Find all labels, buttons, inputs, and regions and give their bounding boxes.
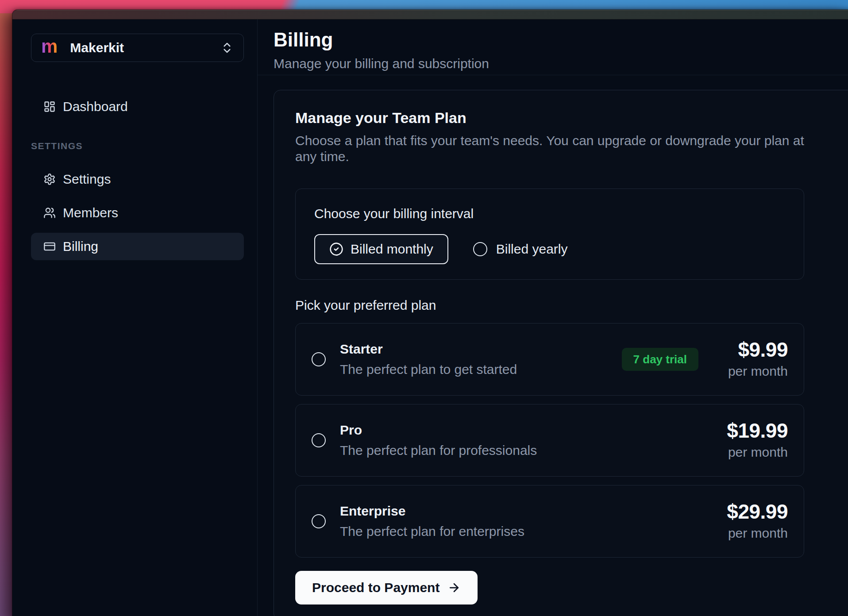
sidebar-nav: Dashboard SETTINGS Settings Members xyxy=(31,93,244,260)
billing-interval-section: Choose your billing interval Billed mont… xyxy=(295,189,804,280)
sidebar: m Makerkit Dashboard SETTINGS xyxy=(12,19,258,616)
sidebar-item-members[interactable]: Members xyxy=(31,199,244,227)
workspace-selector[interactable]: m Makerkit xyxy=(31,34,244,62)
plan-price: $19.99 xyxy=(721,420,788,441)
card-title: Manage your Team Plan xyxy=(295,109,804,127)
radio-unselected-icon[interactable] xyxy=(312,433,326,447)
app-root: m Makerkit Dashboard SETTINGS xyxy=(12,19,848,616)
billing-interval-options: Billed monthly Billed yearly xyxy=(314,234,785,264)
billed-monthly-label: Billed monthly xyxy=(351,242,433,257)
plan-name: Starter xyxy=(340,341,517,358)
billing-interval-label: Choose your billing interval xyxy=(314,206,785,222)
proceed-button-label: Proceed to Payment xyxy=(312,580,439,595)
page-title: Billing xyxy=(274,29,848,50)
plan-name: Enterprise xyxy=(340,503,524,520)
billed-yearly-label: Billed yearly xyxy=(496,242,568,257)
radio-unselected-icon[interactable] xyxy=(312,514,326,528)
trial-badge: 7 day trial xyxy=(622,348,698,371)
billed-yearly-option[interactable]: Billed yearly xyxy=(473,242,568,257)
plan-price: $29.99 xyxy=(721,501,788,522)
radio-unselected-icon[interactable] xyxy=(312,352,326,366)
sidebar-item-settings[interactable]: Settings xyxy=(31,166,244,193)
plan-description: The perfect plan to get started xyxy=(340,361,517,378)
pick-plan-label: Pick your preferred plan xyxy=(295,297,804,313)
plan-period: per month xyxy=(721,363,788,380)
radio-unselected-icon[interactable] xyxy=(473,242,487,256)
plan-name: Pro xyxy=(340,422,537,439)
price-column: $9.99 per month xyxy=(721,339,788,380)
plan-text: Enterprise The perfect plan for enterpri… xyxy=(340,503,524,540)
sidebar-item-label: Members xyxy=(63,205,118,220)
sidebar-section-label: SETTINGS xyxy=(31,141,244,151)
plan-price: $9.99 xyxy=(721,339,788,360)
page-header: Billing Manage your billing and subscrip… xyxy=(258,19,848,75)
plan-text: Pro The perfect plan for professionals xyxy=(340,422,537,459)
window-titlebar xyxy=(12,10,848,19)
plan-text: Starter The perfect plan to get started xyxy=(340,341,517,378)
makerkit-logo: m xyxy=(41,37,58,56)
plan-description: The perfect plan for enterprises xyxy=(340,523,524,540)
plan-description: The perfect plan for professionals xyxy=(340,442,537,459)
users-icon xyxy=(43,207,56,219)
workspace-name: Makerkit xyxy=(70,40,124,55)
chevrons-up-down-icon xyxy=(220,41,234,54)
sidebar-item-label: Billing xyxy=(63,239,98,254)
team-plan-card: Manage your Team Plan Choose a plan that… xyxy=(274,90,848,616)
plan-pricing: $29.99 per month xyxy=(721,501,788,542)
circle-check-icon xyxy=(329,242,343,256)
gear-icon xyxy=(43,173,56,185)
plan-period: per month xyxy=(721,525,788,542)
sidebar-item-billing[interactable]: Billing xyxy=(31,233,244,260)
card-description: Choose a plan that fits your team's need… xyxy=(295,133,804,165)
plan-pricing: 7 day trial $9.99 per month xyxy=(622,339,788,380)
price-column: $29.99 per month xyxy=(721,501,788,542)
price-column: $19.99 per month xyxy=(721,420,788,461)
plan-row-starter[interactable]: Starter The perfect plan to get started … xyxy=(295,323,804,396)
plan-row-pro[interactable]: Pro The perfect plan for professionals $… xyxy=(295,404,804,477)
dashboard-icon xyxy=(43,100,56,113)
plan-period: per month xyxy=(721,444,788,461)
page-subtitle: Manage your billing and subscription xyxy=(274,56,848,72)
plan-pricing: $19.99 per month xyxy=(721,420,788,461)
main-content: Billing Manage your billing and subscrip… xyxy=(258,19,848,616)
credit-card-icon xyxy=(43,240,56,253)
app-window: m Makerkit Dashboard SETTINGS xyxy=(12,10,848,616)
sidebar-item-dashboard[interactable]: Dashboard xyxy=(31,93,244,120)
plan-row-enterprise[interactable]: Enterprise The perfect plan for enterpri… xyxy=(295,485,804,558)
sidebar-item-label: Dashboard xyxy=(63,99,128,114)
billed-monthly-option[interactable]: Billed monthly xyxy=(314,234,448,264)
arrow-right-icon xyxy=(447,581,461,594)
proceed-to-payment-button[interactable]: Proceed to Payment xyxy=(295,571,478,604)
sidebar-item-label: Settings xyxy=(63,172,111,187)
